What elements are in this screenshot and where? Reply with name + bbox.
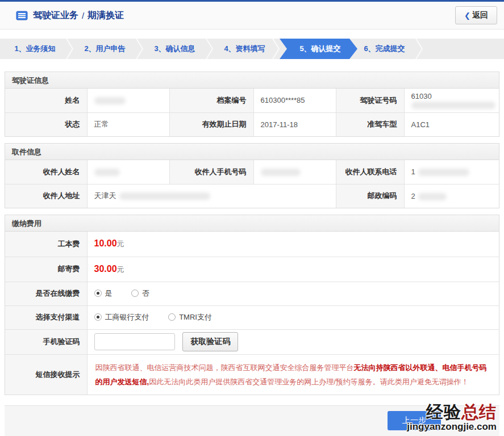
get-code-button[interactable]: 获取验证码 [182,332,238,351]
step-separator-icon [66,39,74,59]
breadcrumb: 驾驶证业务 / 期满换证 [16,10,124,22]
file-no-label: 档案编号 [169,89,253,112]
redacted-value [418,169,469,176]
step-5-confirm-submit-active[interactable]: 5、确认提交 [280,39,357,59]
pickup-info-section: 取件信息 收件人姓名 收件人手机号码 收件人联系电话 1 收件人地址 天津天 邮… [5,143,499,208]
redacted-value [411,102,495,109]
fee-unit: 元 [117,265,124,274]
recipient-name-label: 收件人姓名 [5,160,87,184]
recipient-address-prefix: 天津天 [94,191,116,200]
postal-code-value: 2 [404,184,499,208]
table-row: 状态 正常 有效期止日期 2017-11-18 准驾车型 A1C1 [5,112,499,136]
recipient-address-value: 天津天 [87,184,336,208]
expiry-value: 2017-11-18 [253,112,336,136]
table-row: 收件人姓名 收件人手机号码 收件人联系电话 1 [5,160,499,184]
page-header: 驾驶证业务 / 期满换证 ❮ 返回 [0,2,504,30]
online-pay-yes-option[interactable]: 是 [94,288,113,299]
step-6-complete-submit[interactable]: 6、完成提交 [349,39,419,59]
recipient-phone-label: 收件人联系电话 [336,160,404,184]
work-fee-value: 10.00元 [87,232,499,257]
recipient-address-label: 收件人地址 [5,184,87,208]
back-chevron-icon: ❮ [464,11,470,20]
step-separator-icon [136,39,144,59]
step-wizard: 1、业务须知 2、用户申告 3、确认信息 4、资料填写 5、确认提交 6、完成提… [0,39,504,59]
pay-channel-options: 工商银行支付 TMRI支付 [87,305,499,329]
online-pay-no-option[interactable]: 否 [131,288,149,299]
pickup-info-table: 收件人姓名 收件人手机号码 收件人联系电话 1 收件人地址 天津天 邮政编码 2 [5,160,499,208]
channel-icbc-label: 工商银行支付 [105,312,149,322]
postal-code-label: 邮政编码 [336,184,404,208]
license-info-table: 姓名 档案编号 610300****85 驾驶证号码 61030 状态 正常 有… [5,89,499,136]
recipient-phone-prefix: 1 [411,167,415,176]
license-no-label: 驾驶证号码 [336,89,404,112]
pickup-section-title: 取件信息 [5,144,499,160]
recipient-phone-value: 1 [404,160,499,184]
license-no-prefix: 61030 [411,92,432,100]
redacted-value [261,169,301,176]
recipient-mobile-label: 收件人手机号码 [169,160,253,184]
channel-tmri-option[interactable]: TMRI支付 [168,312,212,322]
fees-table: 工本费 10.00元 邮寄费 30.00元 是否在线缴费 是 否 选择支付渠道 … [5,232,499,395]
sms-tip-part3: 因此无法向此类用户提供陕西省交通管理业务的网上办理/预约等服务。请此类用户避免无… [149,378,469,386]
step-separator-icon [272,39,280,59]
step-4-fill-data[interactable]: 4、资料填写 [210,39,280,59]
online-pay-no-label: 否 [142,288,149,299]
license-section-title: 驾驶证信息 [5,72,499,89]
table-row: 短信接收提示 因陕西省联通、电信运营商技术问题，陕西省互联网交通安全综合服务管理… [5,354,499,395]
fees-section-title: 缴纳费用 [5,215,499,232]
radio-checked-icon[interactable] [94,290,102,297]
online-pay-yes-label: 是 [105,288,113,299]
table-row: 收件人地址 天津天 邮政编码 2 [5,184,499,208]
step-1-business-notice[interactable]: 1、业务须知 [0,39,70,59]
license-no-value: 61030 [404,89,499,112]
postage-fee-value: 30.00元 [87,257,499,282]
redacted-value [94,169,120,176]
work-fee-label: 工本费 [5,232,87,257]
radio-unchecked-icon[interactable] [168,313,176,321]
status-label: 状态 [5,112,87,136]
work-fee-amount: 10.00 [94,238,117,248]
breadcrumb-separator: / [82,11,84,20]
sms-tip-cell: 因陕西省联通、电信运营商技术问题，陕西省互联网交通安全综合服务管理平台无法向持陕… [87,354,499,395]
previous-step-button[interactable]: 上一步 [388,411,441,430]
postage-fee-label: 邮寄费 [5,257,87,282]
vehicle-class-label: 准驾车型 [336,112,404,136]
page-subtitle: 期满换证 [88,10,124,22]
step-2-user-declaration[interactable]: 2、用户申告 [70,39,140,59]
table-row: 是否在线缴费 是 否 [5,282,499,305]
license-info-section: 驾驶证信息 姓名 档案编号 610300****85 驾驶证号码 61030 状… [5,72,499,137]
radio-checked-icon[interactable] [94,313,102,321]
sms-tip-label: 短信接收提示 [5,354,87,395]
redacted-value [418,193,447,200]
table-row: 邮寄费 30.00元 [5,257,499,282]
recipient-name-value [87,160,169,184]
file-no-value: 610300****85 [253,89,336,112]
step-3-confirm-info[interactable]: 3、确认信息 [140,39,210,59]
name-label: 姓名 [5,89,87,112]
table-row: 工本费 10.00元 [5,232,499,257]
channel-icbc-option[interactable]: 工商银行支付 [94,312,149,322]
sms-code-input[interactable] [94,333,175,350]
redacted-value [119,192,210,200]
step-separator-icon [206,39,214,59]
sms-tip-text: 因陕西省联通、电信运营商技术问题，陕西省互联网交通安全综合服务管理平台无法向持陕… [95,360,491,389]
radio-unchecked-icon[interactable] [131,290,139,297]
back-button[interactable]: ❮ 返回 [455,6,497,24]
fees-section: 缴纳费用 工本费 10.00元 邮寄费 30.00元 是否在线缴费 是 否 选择… [5,215,499,395]
document-list-icon [16,11,28,20]
step-separator-icon [415,39,423,59]
table-row: 姓名 档案编号 610300****85 驾驶证号码 61030 [5,89,499,112]
table-row: 选择支付渠道 工商银行支付 TMRI支付 [5,305,499,329]
online-pay-options: 是 否 [87,282,499,305]
expiry-label: 有效期止日期 [169,112,253,136]
recipient-mobile-value [253,160,336,184]
channel-tmri-label: TMRI支付 [179,312,212,322]
table-row: 手机验证码 获取验证码 [5,329,499,354]
page-title: 驾驶证业务 [33,10,78,22]
footer-bar: 上一步 [5,405,499,436]
postage-fee-amount: 30.00 [94,264,117,274]
back-button-label: 返回 [472,10,488,20]
redacted-value [94,97,126,104]
pay-channel-label: 选择支付渠道 [5,305,87,329]
postal-code-prefix: 2 [411,192,415,200]
